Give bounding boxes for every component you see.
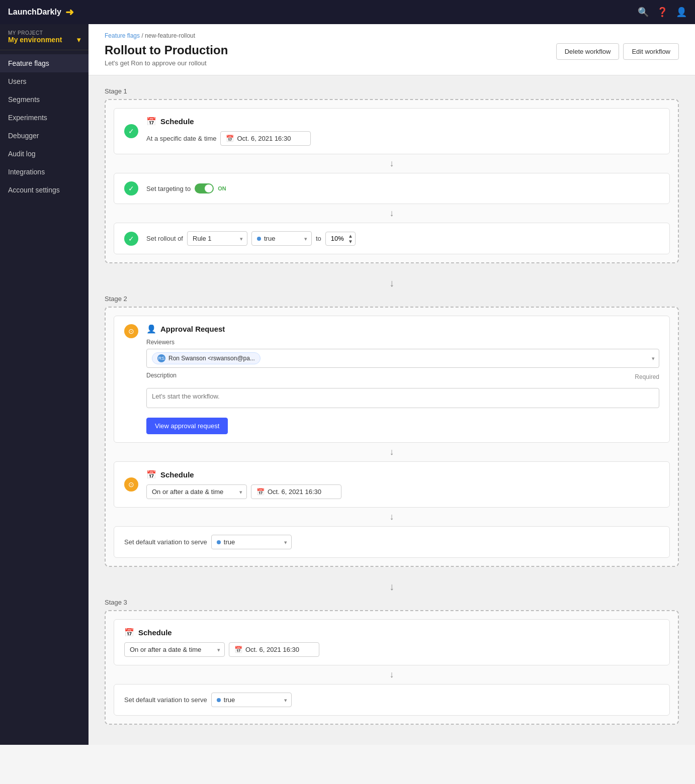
stage3-variation-row: Set default variation to serve true — [124, 693, 659, 707]
calendar-icon-2: 📅 — [146, 470, 156, 479]
stage3-date-select[interactable]: On or after a date & time — [124, 642, 225, 657]
connector-3a: ↓ — [114, 665, 670, 684]
stage3-schedule-date[interactable]: 📅 Oct. 6, 2021 16:30 — [229, 642, 319, 657]
sidebar-item-account-settings[interactable]: Account settings — [0, 181, 89, 199]
stage1-rollout-label: Set rollout of — [146, 235, 183, 242]
stage2-approval-status: ⊙ — [124, 324, 138, 338]
cal-icon-2: 📅 — [256, 488, 265, 496]
stage1-schedule-label: At a specific date & time — [146, 135, 216, 142]
stage2-date-select[interactable]: On or after a date & time — [146, 484, 247, 499]
stage3-schedule-row: On or after a date & time 📅 Oct. 6, 2021… — [124, 642, 659, 657]
stage2-variation-body: Set default variation to serve true — [124, 535, 659, 549]
stage1-to-label: to — [316, 235, 321, 242]
stage3-variation-body: Set default variation to serve true — [124, 693, 659, 707]
user-icon[interactable]: 👤 — [676, 7, 687, 18]
breadcrumb-link[interactable]: Feature flags — [105, 32, 140, 39]
stage3-schedule-body: 📅 Schedule On or after a date & time 📅 O… — [124, 628, 659, 657]
stage1-targeting-row: Set targeting to ON — [146, 183, 659, 193]
sidebar-item-debugger[interactable]: Debugger — [0, 127, 89, 145]
stage1-toggle-label: ON — [218, 185, 226, 191]
stage-3-label: Stage 3 — [105, 599, 679, 606]
stage3-variation-step: Set default variation to serve true — [114, 684, 670, 716]
help-icon[interactable]: ❓ — [657, 7, 668, 18]
stage1-rollout-row: Set rollout of Rule 1 true to 10% — [146, 231, 659, 246]
sidebar-item-audit-log[interactable]: Audit log — [0, 145, 89, 163]
stage1-targeting-label: Set targeting to — [146, 185, 191, 192]
calendar-icon-3: 📅 — [124, 628, 134, 637]
chevron-down-icon: ▾ — [77, 36, 80, 44]
reviewer-avatar: RS — [157, 354, 165, 362]
sidebar-item-experiments[interactable]: Experiments — [0, 109, 89, 127]
stage1-schedule-row: At a specific date & time 📅 Oct. 6, 2021… — [146, 131, 659, 146]
stage2-schedule-title: 📅 Schedule — [146, 470, 659, 479]
delete-workflow-button[interactable]: Delete workflow — [556, 43, 620, 60]
reviewers-select[interactable]: RS Ron Swanson <rswanson@pa... — [146, 349, 659, 368]
sidebar-nav: Feature flagsUsersSegmentsExperimentsDeb… — [0, 50, 89, 203]
between-stage-1-2: ↓ — [105, 271, 679, 295]
stage2-variation-select[interactable]: true — [211, 535, 292, 549]
breadcrumb-current: new-feature-rollout — [145, 32, 195, 39]
topnav: LaunchDarkly ➜ 🔍 ❓ 👤 — [0, 0, 695, 24]
stage-3-wrapper: Stage 3 📅 Schedule On or after a date & … — [105, 599, 679, 725]
stage1-targeting-status: ✓ — [124, 181, 138, 195]
search-icon[interactable]: 🔍 — [638, 7, 649, 18]
stage1-schedule-date[interactable]: 📅 Oct. 6, 2021 16:30 — [220, 131, 311, 146]
connector-1a: ↓ — [114, 154, 670, 173]
stage-2-container: ⊙ 👤 Approval Request Reviewers RS — [105, 307, 679, 567]
view-approval-row: View approval request — [146, 418, 659, 434]
stage-2-wrapper: Stage 2 ⊙ 👤 Approval Request Reviewers — [105, 295, 679, 567]
stage2-approval-title: 👤 Approval Request — [146, 324, 659, 334]
brand-arrow: ➜ — [65, 6, 74, 18]
approval-icon: 👤 — [146, 324, 156, 334]
variation-dot — [257, 237, 261, 241]
stage1-schedule-body: 📅 Schedule At a specific date & time 📅 O… — [146, 117, 659, 146]
stage1-variation-select[interactable]: true — [251, 231, 312, 246]
stage2-schedule-date[interactable]: 📅 Oct. 6, 2021 16:30 — [251, 484, 341, 499]
breadcrumb-separator: / — [141, 32, 143, 39]
description-label: Description — [146, 372, 177, 379]
connector-1b: ↓ — [114, 204, 670, 223]
stage1-rollout-step: ✓ Set rollout of Rule 1 true to — [114, 223, 670, 254]
description-textarea[interactable] — [146, 388, 659, 408]
connector-2b: ↓ — [114, 508, 670, 526]
between-stage-2-3: ↓ — [105, 575, 679, 599]
edit-workflow-button[interactable]: Edit workflow — [623, 43, 679, 60]
content-header: Feature flags / new-feature-rollout Roll… — [89, 24, 695, 75]
page-title: Rollout to Production — [105, 43, 228, 57]
header-actions: Delete workflow Edit workflow — [556, 43, 679, 60]
sidebar-item-segments[interactable]: Segments — [0, 90, 89, 109]
sidebar-item-feature-flags[interactable]: Feature flags — [0, 54, 89, 72]
project-name: My environment ▾ — [8, 36, 80, 44]
stage-1-label: Stage 1 — [105, 87, 679, 95]
stage3-variation-select[interactable]: true — [211, 693, 292, 707]
project-selector[interactable]: MY PROJECT My environment ▾ — [0, 24, 89, 50]
stage1-targeting-step: ✓ Set targeting to ON — [114, 173, 670, 204]
approval-section: Reviewers RS Ron Swanson <rswanson@pa...… — [146, 339, 659, 434]
topnav-right: 🔍 ❓ 👤 — [638, 7, 687, 18]
brand-logo[interactable]: LaunchDarkly ➜ — [8, 6, 74, 18]
connector-2a: ↓ — [114, 443, 670, 461]
stage-1-wrapper: Stage 1 ✓ 📅 Schedule At a specific date … — [105, 87, 679, 263]
stage1-schedule-title: 📅 Schedule — [146, 117, 659, 126]
stage-3-container: 📅 Schedule On or after a date & time 📅 O… — [105, 610, 679, 725]
stage3-schedule-step: 📅 Schedule On or after a date & time 📅 O… — [114, 619, 670, 665]
stage1-toggle-container: ON — [195, 183, 226, 193]
stage2-variation-row: Set default variation to serve true — [124, 535, 659, 549]
stage1-percent-stepper[interactable]: 10% ▲ ▼ — [325, 232, 356, 246]
variation-dot-3 — [217, 698, 221, 702]
stage-1-container: ✓ 📅 Schedule At a specific date & time 📅 — [105, 99, 679, 263]
view-approval-button[interactable]: View approval request — [146, 418, 228, 434]
stage1-rule-select[interactable]: Rule 1 — [187, 231, 247, 246]
project-label: MY PROJECT — [8, 30, 80, 36]
brand-name: LaunchDarkly — [8, 8, 61, 17]
stage1-schedule-status: ✓ — [124, 124, 138, 138]
breadcrumb: Feature flags / new-feature-rollout — [105, 32, 679, 39]
stage2-schedule-body: 📅 Schedule On or after a date & time 📅 O… — [146, 470, 659, 499]
cal-icon: 📅 — [226, 135, 234, 142]
sidebar-item-integrations[interactable]: Integrations — [0, 163, 89, 181]
stage2-schedule-status: ⊙ — [124, 477, 138, 492]
stage1-toggle[interactable] — [195, 183, 214, 193]
sidebar-item-users[interactable]: Users — [0, 72, 89, 90]
stage2-approval-step: ⊙ 👤 Approval Request Reviewers RS — [114, 316, 670, 443]
description-label-row: Description Required — [146, 372, 659, 382]
